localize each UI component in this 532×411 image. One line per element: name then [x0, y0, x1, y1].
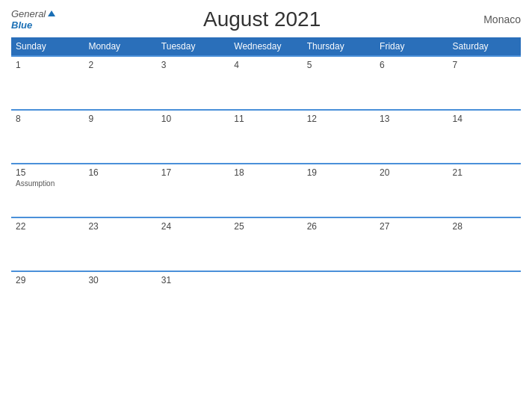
week-row-4: 22232425262728: [11, 217, 521, 271]
logo-blue-text: Blue: [11, 19, 32, 31]
day-cell: [303, 271, 375, 325]
week-row-3: 15Assumption161718192021: [11, 164, 521, 217]
header-monday: Monday: [84, 37, 156, 56]
day-cell: 17: [157, 164, 229, 217]
day-cell: 30: [84, 271, 156, 325]
day-cell: [448, 271, 521, 325]
day-cell: 15Assumption: [11, 164, 84, 217]
day-cell: 18: [229, 164, 302, 217]
day-cell: 19: [303, 164, 375, 217]
day-cell: 24: [157, 217, 229, 271]
day-number: 23: [88, 221, 152, 232]
day-cell: [375, 271, 448, 325]
logo: General Blue: [11, 8, 55, 31]
day-cell: 26: [303, 217, 375, 271]
day-cell: 28: [448, 217, 521, 271]
day-number: 19: [307, 167, 371, 178]
day-number: 6: [380, 60, 443, 70]
day-number: 20: [380, 167, 443, 178]
day-cell: 11: [229, 110, 302, 164]
header-wednesday: Wednesday: [229, 37, 302, 56]
day-number: 12: [307, 114, 371, 124]
day-number: 10: [161, 114, 225, 124]
day-cell: 31: [157, 271, 229, 325]
day-cell: 12: [303, 110, 375, 164]
logo-general-text: General: [11, 8, 46, 19]
country-label: Monaco: [468, 13, 521, 25]
day-cell: 22: [11, 217, 84, 271]
day-cell: 29: [11, 271, 84, 325]
day-number: 22: [16, 221, 79, 232]
day-number: 30: [88, 275, 152, 285]
day-cell: 20: [375, 164, 448, 217]
day-number: 2: [88, 60, 152, 70]
day-number: 21: [453, 167, 516, 178]
day-cell: 16: [84, 164, 156, 217]
week-row-2: 891011121314: [11, 110, 521, 164]
day-number: 31: [161, 275, 225, 285]
weekday-header-row: Sunday Monday Tuesday Wednesday Thursday…: [11, 37, 521, 56]
header-friday: Friday: [375, 37, 448, 56]
calendar-title: August 2021: [55, 7, 468, 31]
holiday-label: Assumption: [16, 179, 79, 188]
day-number: 25: [234, 221, 297, 232]
day-number: 29: [16, 275, 79, 285]
day-number: 27: [380, 221, 443, 232]
day-number: 7: [453, 60, 516, 70]
day-number: 9: [88, 114, 152, 124]
day-number: 18: [234, 167, 297, 178]
header-sunday: Sunday: [11, 37, 84, 56]
header-thursday: Thursday: [303, 37, 375, 56]
day-cell: 13: [375, 110, 448, 164]
day-cell: 4: [229, 56, 302, 110]
day-cell: 10: [157, 110, 229, 164]
day-number: 16: [88, 167, 152, 178]
day-number: 11: [234, 114, 297, 124]
day-cell: 14: [448, 110, 521, 164]
day-cell: 6: [375, 56, 448, 110]
day-number: 5: [307, 60, 371, 70]
day-number: 26: [307, 221, 371, 232]
day-cell: 21: [448, 164, 521, 217]
week-row-5: 293031: [11, 271, 521, 325]
header-saturday: Saturday: [448, 37, 521, 56]
day-cell: 2: [84, 56, 156, 110]
header-tuesday: Tuesday: [157, 37, 229, 56]
day-cell: 25: [229, 217, 302, 271]
day-number: 15: [16, 167, 79, 178]
day-cell: 27: [375, 217, 448, 271]
day-number: 3: [161, 60, 225, 70]
logo-triangle-icon: [48, 10, 55, 16]
day-number: 4: [234, 60, 297, 70]
day-number: 13: [380, 114, 443, 124]
calendar-container: General Blue August 2021 Monaco Sunday M…: [0, 0, 532, 411]
day-cell: 1: [11, 56, 84, 110]
day-cell: [229, 271, 302, 325]
day-cell: 7: [448, 56, 521, 110]
day-cell: 23: [84, 217, 156, 271]
day-number: 17: [161, 167, 225, 178]
day-number: 24: [161, 221, 225, 232]
calendar-table: Sunday Monday Tuesday Wednesday Thursday…: [11, 37, 521, 325]
calendar-header: General Blue August 2021 Monaco: [11, 7, 521, 31]
day-cell: 9: [84, 110, 156, 164]
day-number: 28: [453, 221, 516, 232]
day-number: 14: [453, 114, 516, 124]
day-cell: 3: [157, 56, 229, 110]
day-number: 8: [16, 114, 79, 124]
day-cell: 8: [11, 110, 84, 164]
day-number: 1: [16, 60, 79, 70]
week-row-1: 1234567: [11, 56, 521, 110]
day-cell: 5: [303, 56, 375, 110]
